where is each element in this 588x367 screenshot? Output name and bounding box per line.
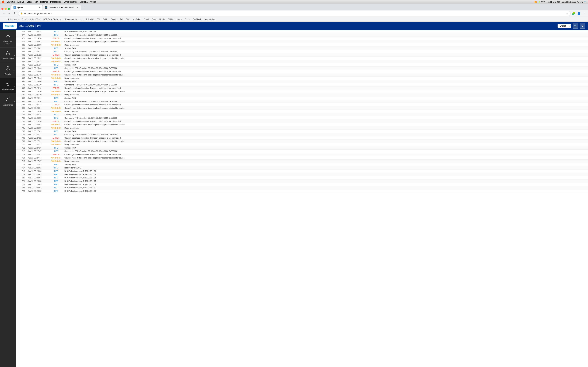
search-icon-button[interactable]: 🔍 — [573, 23, 578, 29]
row-num: 683 — [16, 53, 26, 57]
menu-ver[interactable]: Ver — [35, 1, 38, 3]
bookmark-youtube[interactable]: YouTube — [131, 17, 142, 21]
bookmark-ourmatch[interactable]: OurMatch — [191, 17, 203, 21]
reload-button[interactable]: ↻ — [13, 11, 17, 16]
log-area[interactable]: 676 Jan 12 00:24:38 INFO DHCP client con… — [16, 30, 588, 367]
row-date: Jan 12 00:28:03 — [26, 173, 49, 176]
bookmark-programacion[interactable]: Programación en J... — [64, 17, 85, 21]
row-message: Couldn't get channel number: Transport e… — [63, 136, 588, 140]
bookmark-netflix[interactable]: Netflix — [158, 17, 166, 21]
extensions-button[interactable]: 🧩 — [571, 11, 576, 16]
row-message: DHCP client connect,IP:192.168.1.39 — [63, 30, 588, 33]
tab-close-ajustes[interactable]: ✕ — [38, 6, 40, 9]
language-select[interactable]: English Español — [558, 24, 571, 28]
table-row: 710 Jan 12 00:27:22 WARNING Doing discon… — [16, 143, 588, 146]
bookmark-arenavision[interactable]: ArenaVision — [203, 17, 216, 21]
row-date: Jan 12 00:25:46 — [26, 76, 49, 80]
forward-button[interactable]: → — [7, 11, 12, 16]
row-message: Connecting PPPoE socket: 00:00:00:00:00:… — [63, 83, 588, 86]
router-body: Connection Status — [0, 30, 588, 367]
bookmark-fc[interactable]: FC — [119, 17, 124, 21]
menubar-datetime[interactable]: Jue 12 ene 0:30 — [546, 1, 560, 3]
sidebar-item-system-monitor[interactable]: System Monitor ▶ — [0, 78, 16, 94]
maintenance-arrow: ▶ — [14, 100, 15, 102]
row-date: Jan 12 00:25:22 — [26, 60, 49, 63]
traffic-light-maximize[interactable] — [8, 8, 10, 10]
sidebar-item-maintenance[interactable]: Maintenance ▶ — [0, 94, 16, 109]
bookmark-eol[interactable]: EOL — [124, 17, 131, 21]
row-num: 709 — [16, 140, 26, 143]
menu-button[interactable]: ⋮ — [582, 11, 587, 16]
menubar-spotlight[interactable]: 🔍 — [584, 1, 587, 3]
tab-favicon-ajustes: ⚙ — [13, 6, 16, 9]
menu-historial[interactable]: Historial — [40, 1, 48, 3]
menubar-wifi: 📶 — [535, 1, 537, 3]
row-message: Sending PADI — [63, 96, 588, 100]
row-date: Jan 12 00:27:26 — [26, 146, 49, 150]
menu-ventana[interactable]: Ventana — [80, 1, 87, 3]
menu-marcadores[interactable]: Marcadores — [50, 1, 61, 3]
row-date: Jan 12 00:28:03 — [26, 186, 49, 189]
menu-editar[interactable]: Editar — [26, 1, 32, 3]
row-level: INFO — [49, 146, 63, 150]
table-row: 689 Jan 12 00:25:46 WARNING Couldn't res… — [16, 73, 588, 76]
table-row: 676 Jan 12 00:24:38 INFO DHCP client con… — [16, 30, 588, 33]
row-date: Jan 12 00:25:46 — [26, 73, 49, 76]
tab-close-welcome[interactable]: ✕ — [77, 6, 79, 9]
table-row: 688 Jan 12 00:25:46 ERROR Couldn't get c… — [16, 70, 588, 73]
bookmark-dsi[interactable]: DSI — [95, 17, 101, 21]
row-message: Sending PADI — [63, 130, 588, 133]
address-bar[interactable]: 🔒 192.168.1.1/cgi-bin/main.html ☆ — [18, 11, 571, 16]
tab-ajustes[interactable]: ⚙ Ajustes ✕ — [11, 5, 43, 10]
table-row: 679 Jan 12 00:24:58 WARNING Couldn't res… — [16, 40, 588, 43]
table-row: 721 Jan 12 00:28:03 INFO DHCP client con… — [16, 179, 588, 183]
menu-otros[interactable]: Otros usuarios — [64, 1, 77, 3]
bookmark-bolsa[interactable]: Bolsa comedor UVigo — [20, 17, 42, 21]
profile-button[interactable]: 👤 — [576, 11, 581, 16]
bookmark-star-icon[interactable]: ☆ — [566, 12, 568, 15]
row-message: DHCP client connect,IP:192.168.1.36 — [63, 183, 588, 186]
table-row: 701 Jan 12 00:26:38 INFO Sending PADI — [16, 113, 588, 117]
bookmark-keep[interactable]: Keep — [176, 17, 183, 21]
table-row: 684 Jan 12 00:25:22 WARNING Couldn't res… — [16, 57, 588, 60]
bookmark-github[interactable]: GitHub — [166, 17, 175, 21]
row-date: Jan 12 00:27:02 — [26, 130, 49, 133]
menu-ayuda[interactable]: Ayuda — [90, 1, 96, 3]
table-row: 677 Jan 12 00:24:58 INFO Connecting PPPo… — [16, 33, 588, 37]
row-num: 695 — [16, 93, 26, 96]
bookmark-drive[interactable]: Drive — [150, 17, 158, 21]
bookmark-apps[interactable]: ⋮⋮ Aplicaciones — [1, 17, 20, 21]
row-num: 699 — [16, 106, 26, 110]
bookmark-faltic[interactable]: Faltic — [102, 17, 109, 21]
row-level: WARNING — [49, 76, 63, 80]
sidebar-item-security[interactable]: Security ▶ — [0, 63, 16, 78]
menubar-user[interactable]: David Rodriguez Pereira — [562, 1, 583, 3]
row-message: Connecting PPPoE socket: 00:00:00:00:00:… — [63, 133, 588, 136]
apple-menu[interactable]: 🍎 — [1, 0, 4, 3]
row-level: INFO — [49, 50, 63, 53]
lock-icon: 🔒 — [20, 12, 23, 15]
row-num: 718 — [16, 169, 26, 173]
settings-icon-button[interactable]: ⚙ — [579, 23, 585, 29]
bookmark-psi[interactable]: PSI Wiki — [85, 17, 95, 21]
menu-chrome[interactable]: Chrome — [7, 1, 15, 3]
sidebar-item-connection-status[interactable]: Connection Status — [0, 30, 16, 48]
traffic-light-minimize[interactable] — [5, 8, 7, 10]
sidebar-label-connection-status: Connection Status — [1, 40, 14, 45]
traffic-light-close[interactable] — [1, 8, 3, 10]
table-row: 700 Jan 12 00:26:34 WARNING Doing discon… — [16, 110, 588, 113]
row-message: Couldn't reset tty to normal line discip… — [63, 57, 588, 60]
bookmark-bgp[interactable]: BGP Case Studies -... — [42, 17, 63, 21]
row-level: WARNING — [49, 123, 63, 126]
bookmark-gmail[interactable]: Gmail — [142, 17, 150, 21]
row-num: 723 — [16, 186, 26, 189]
row-date: Jan 12 00:27:47 — [26, 153, 49, 156]
back-button[interactable]: ← — [1, 11, 6, 16]
new-tab-button[interactable]: + — [82, 5, 87, 10]
bookmark-google[interactable]: Google — [109, 17, 118, 21]
sidebar-item-network-setting[interactable]: Network Setting ▶ — [0, 48, 16, 63]
tab-welcome[interactable]: 🌐 :::Welcome to the Web-Based... ✕ — [43, 5, 81, 10]
menu-archivo[interactable]: Archivo — [17, 1, 24, 3]
bookmark-editar[interactable]: Editar — [183, 17, 191, 21]
row-num: 720 — [16, 176, 26, 179]
